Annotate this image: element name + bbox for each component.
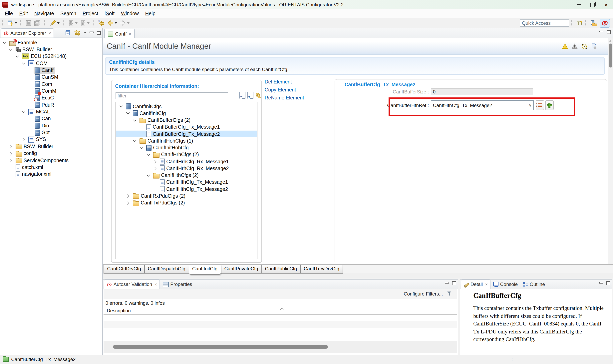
maximize-detail-icon[interactable] xyxy=(606,281,610,285)
minimize-detail-icon[interactable] xyxy=(599,281,603,285)
close-tab-icon[interactable]: × xyxy=(154,282,157,287)
chevron-collapsed-icon[interactable] xyxy=(9,144,13,149)
chevron-expanded-icon[interactable] xyxy=(133,118,137,122)
minimize-validation-icon[interactable] xyxy=(445,281,449,285)
explorer-item-cansm[interactable]: CanSM xyxy=(0,74,102,81)
menu-file[interactable]: File xyxy=(2,10,16,17)
page-tab-canifctrldrvcfg[interactable]: CanIfCtrlDrvCfg xyxy=(104,265,145,273)
next-annotation-button[interactable] xyxy=(67,19,79,27)
chevron-expanded-icon[interactable] xyxy=(2,40,7,45)
explorer-item-servicecomponents[interactable]: ServiceComponents xyxy=(0,157,102,164)
combo-chevron-icon[interactable]: ∨ xyxy=(529,103,532,107)
reference-list-button[interactable] xyxy=(536,100,544,110)
chevron-expanded-icon[interactable] xyxy=(126,111,130,116)
explorer-item-com[interactable]: COM xyxy=(0,60,102,67)
warning-gray-icon[interactable] xyxy=(572,43,577,49)
filter-input[interactable] xyxy=(116,92,228,99)
last-edit-location-button[interactable]: * xyxy=(97,19,106,27)
orientais-perspective-button[interactable] xyxy=(599,19,610,27)
forward-button[interactable] xyxy=(118,19,131,27)
collapse-tree-icon[interactable] xyxy=(239,92,245,99)
minimize-view-icon[interactable] xyxy=(90,31,94,35)
highlighter-button[interactable] xyxy=(48,19,61,27)
maximize-view-icon[interactable] xyxy=(97,31,101,35)
container-item-canifbuffercfg-tx-message1[interactable]: CanIfBufferCfg_Tx_Message1 xyxy=(116,124,257,131)
page-tab-canifdispatchcfg[interactable]: CanIfDispatchCfg xyxy=(145,265,189,273)
explorer-item-bsw-builder[interactable]: BSW_Builder xyxy=(0,143,102,150)
tab-properties[interactable]: Properties xyxy=(160,280,195,289)
tab-console[interactable]: Console xyxy=(490,280,520,289)
menu-navigate[interactable]: Navigate xyxy=(31,10,57,17)
restore-window-button[interactable] xyxy=(586,0,599,9)
collapse-all-icon[interactable] xyxy=(65,30,71,36)
menu-isoft[interactable]: iSoft xyxy=(101,10,118,17)
chevron-collapsed-icon[interactable] xyxy=(153,166,158,171)
back-button[interactable] xyxy=(106,19,118,27)
explorer-item-canif[interactable]: CanIf xyxy=(0,67,102,74)
close-explorer-tab-icon[interactable]: × xyxy=(49,31,51,36)
chevron-expanded-icon[interactable] xyxy=(15,54,20,59)
explorer-item-ecu-s32k148[interactable]: ECU (S32K148) xyxy=(0,53,102,60)
warning-yellow-icon[interactable] xyxy=(562,43,568,49)
container-item-canifbuffercfgs-2[interactable]: CanIfBufferCfgs (2) xyxy=(116,117,257,124)
chevron-collapsed-icon[interactable] xyxy=(126,201,130,205)
container-item-canifinithohcfgs-1[interactable]: CanIfInitHohCfgs (1) xyxy=(116,138,257,144)
explorer-item-sys[interactable]: SYS xyxy=(0,136,102,143)
expand-tree-icon[interactable] xyxy=(247,92,253,99)
menu-help[interactable]: Help xyxy=(142,10,159,17)
page-tab-canifpubliccfg[interactable]: CanIfPublicCfg xyxy=(262,265,300,273)
open-perspective-button[interactable] xyxy=(575,19,584,27)
explorer-item-mcal[interactable]: MCAL xyxy=(0,108,102,116)
chevron-collapsed-icon[interactable] xyxy=(153,159,158,164)
chevron-collapsed-icon[interactable] xyxy=(22,137,26,142)
explorer-item-catch-xml[interactable]: catch.xml xyxy=(0,164,102,171)
container-item-canifinithohcfg[interactable]: CanIfInitHohCfg xyxy=(116,144,257,151)
del-element-link[interactable]: Del Element xyxy=(265,79,304,85)
container-item-canifbuffercfg-tx-message2[interactable]: CanIfBufferCfg_Tx_Message2 xyxy=(116,130,257,138)
chevron-expanded-icon[interactable] xyxy=(133,139,137,143)
chevron-collapsed-icon[interactable] xyxy=(126,194,130,198)
chevron-collapsed-icon[interactable] xyxy=(9,158,13,163)
configure-filters-link[interactable]: Configure Filters... xyxy=(404,291,443,297)
menu-project[interactable]: Project xyxy=(79,10,101,17)
explorer-item-can[interactable]: Can xyxy=(0,116,102,122)
tab-outline[interactable]: Outline xyxy=(520,280,548,289)
explorer-item-gpt[interactable]: Gpt xyxy=(0,129,102,136)
validation-hscrollbar[interactable] xyxy=(104,341,457,353)
page-tab-caniftrcvdrvcfg[interactable]: CanIfTrcvDrvCfg xyxy=(300,265,343,273)
copy-element-link[interactable]: Copy Element xyxy=(265,87,304,93)
minimize-editor-icon[interactable] xyxy=(599,30,603,34)
chevron-collapsed-icon[interactable] xyxy=(9,151,13,156)
tab-detail[interactable]: Detail× xyxy=(461,280,490,289)
page-tab-canifinitcfg[interactable]: CanIfInitCfg xyxy=(189,265,221,275)
maximize-validation-icon[interactable] xyxy=(452,281,456,285)
explorer-item-example[interactable]: Example xyxy=(0,39,102,46)
menu-edit[interactable]: Edit xyxy=(16,10,31,17)
previous-annotation-button[interactable] xyxy=(79,19,91,27)
container-item-canifinitcfgs[interactable]: CanIfInitCfgs xyxy=(116,103,257,110)
editor-tab-canif[interactable]: CanIf × xyxy=(104,29,135,39)
chevron-expanded-icon[interactable] xyxy=(22,61,26,65)
container-item-canifinitcfg[interactable]: CanIfInitCfg xyxy=(116,110,257,117)
tab-autosar-explorer[interactable]: Autosar Explorer × xyxy=(1,28,54,38)
container-item-canifhrhcfg-rx-message1[interactable]: CanIfHrhCfg_Rx_Message1 xyxy=(116,158,257,165)
filter-funnel-icon[interactable] xyxy=(447,292,452,296)
close-tab-icon[interactable]: × xyxy=(485,282,488,287)
chevron-expanded-icon[interactable] xyxy=(146,153,151,157)
chevron-expanded-icon[interactable] xyxy=(22,110,26,114)
status-drag-handle[interactable]: ⁞ xyxy=(512,357,513,362)
maximize-editor-icon[interactable] xyxy=(607,30,611,34)
container-item-caniftxpducfgs-2[interactable]: CanIfTxPduCfgs (2) xyxy=(116,199,257,207)
new-wizard-button[interactable] xyxy=(6,19,18,27)
explorer-item-navigator-xml[interactable]: navigator.xml xyxy=(0,171,102,178)
explorer-item-pdur[interactable]: PduR xyxy=(0,102,102,108)
chevron-expanded-icon[interactable] xyxy=(119,104,123,109)
quick-access-input[interactable] xyxy=(519,19,569,27)
close-window-button[interactable]: × xyxy=(599,0,613,9)
explorer-item-ecuc[interactable]: EcuC xyxy=(0,95,102,102)
editor-scrollbar[interactable] xyxy=(607,38,613,264)
validation-hscrollbar-thumb[interactable] xyxy=(113,345,328,349)
rename-element-link[interactable]: ReName Element xyxy=(265,95,304,101)
tab-autosar-validation[interactable]: Autosar Validation× xyxy=(104,280,160,289)
editor-scrollbar-thumb[interactable] xyxy=(609,43,612,67)
